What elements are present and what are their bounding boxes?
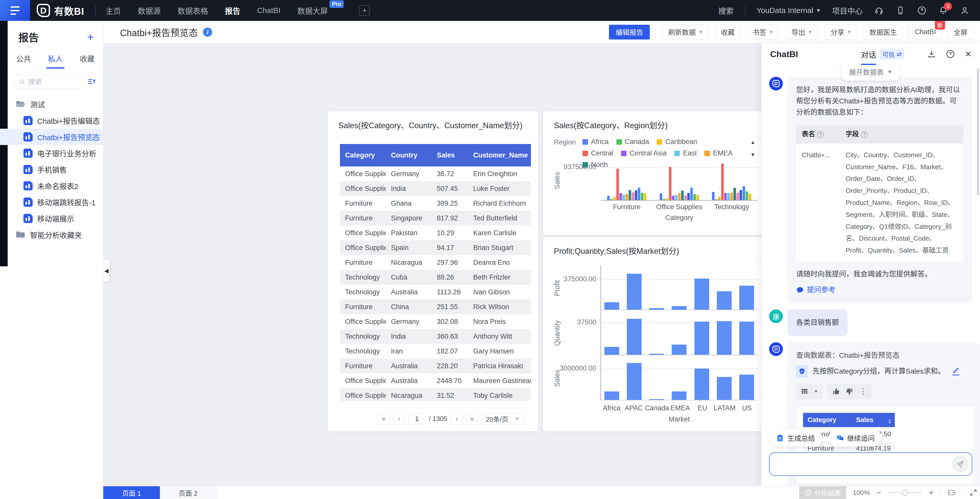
- report-item-6[interactable]: 移动端跳转报告-1: [0, 194, 103, 210]
- nav-item-2[interactable]: 数据表格: [178, 5, 208, 16]
- bar-apac[interactable]: [627, 319, 641, 355]
- bar-canada[interactable]: [649, 308, 664, 310]
- bar-apac[interactable]: [627, 274, 641, 310]
- bar-emea[interactable]: [678, 193, 681, 200]
- chart-type-switch[interactable]: ▼: [796, 383, 822, 399]
- table-row-5[interactable]: Office SuppliesSpain94.17Brian Stugart: [340, 240, 531, 255]
- bar-us[interactable]: [739, 286, 754, 310]
- help-button[interactable]: [917, 5, 927, 16]
- report-item-2[interactable]: Chatbi+报告预览态⋮: [0, 129, 103, 145]
- report-item-5[interactable]: 未命名报表2: [0, 178, 103, 194]
- bar-east[interactable]: [727, 193, 730, 200]
- bar-oceania[interactable]: [687, 193, 690, 200]
- bar-eu[interactable]: [694, 369, 709, 400]
- bar-emea[interactable]: [672, 391, 686, 400]
- bar-south[interactable]: [638, 188, 640, 200]
- send-message-button[interactable]: [952, 456, 968, 472]
- info-icon[interactable]: i: [203, 27, 212, 37]
- page-size-select[interactable]: 20条/页 ▼: [482, 413, 524, 424]
- menu-hamburger-button[interactable]: [0, 0, 30, 21]
- table-row-1[interactable]: Office SuppliesIndia507.45Luke Foster: [340, 181, 531, 196]
- create-report-button[interactable]: +: [87, 31, 94, 43]
- bar-southeast-asia[interactable]: [746, 191, 748, 200]
- zoom-out-button[interactable]: −: [877, 488, 881, 497]
- sidebar-tab-0[interactable]: 公共: [8, 49, 40, 68]
- bar-apac[interactable]: [627, 363, 641, 400]
- header-action-1[interactable]: 收藏: [715, 25, 741, 40]
- bar-us[interactable]: [739, 375, 754, 400]
- header-action-3[interactable]: 导出▼: [786, 25, 819, 40]
- nav-item-4[interactable]: ChatBI: [257, 6, 280, 15]
- question-icon[interactable]: ?: [817, 131, 824, 138]
- table-row-6[interactable]: FurnitureNicaragua297.96Deanra Eno: [340, 255, 531, 270]
- bar-central[interactable]: [721, 164, 724, 200]
- table-row-14[interactable]: Office SuppliesAustralia2448.70Maureen G…: [340, 373, 531, 388]
- table-row-0[interactable]: Office SuppliesGermany36.72Erin Creighto…: [340, 167, 531, 181]
- chat-help-button[interactable]: [946, 50, 955, 58]
- report-item-7[interactable]: 移动端展示: [0, 210, 103, 227]
- follow-up-button[interactable]: 继续追问: [829, 429, 882, 447]
- zoom-slider[interactable]: [888, 492, 922, 493]
- bar-caribbean[interactable]: [718, 197, 721, 200]
- table-row-3[interactable]: FurnitureSingapore817.92Ted Butterfield: [340, 211, 531, 226]
- bar-emea[interactable]: [672, 345, 686, 355]
- nav-add-button[interactable]: +: [359, 5, 370, 16]
- legend-item[interactable]: Caribbean: [657, 138, 697, 146]
- bar-north[interactable]: [733, 188, 736, 200]
- thumbs-down-icon[interactable]: [846, 388, 854, 396]
- bar-emea[interactable]: [730, 193, 733, 200]
- sort-icon[interactable]: ▲▼: [888, 415, 891, 424]
- bar-emea[interactable]: [672, 306, 686, 310]
- chat-input-field[interactable]: [776, 460, 952, 468]
- table-row-10[interactable]: Office SuppliesGermany302.08Nora Preis: [340, 314, 531, 329]
- bar-canada[interactable]: [649, 399, 664, 400]
- analysis-result-button[interactable]: 分析结果: [799, 486, 846, 499]
- ask-reference-link[interactable]: 提问参考: [796, 284, 963, 296]
- bar-caribbean[interactable]: [613, 197, 616, 200]
- page-number-input[interactable]: 1: [409, 413, 425, 424]
- bar-north-asia[interactable]: [737, 193, 739, 200]
- bar-caribbean[interactable]: [666, 198, 668, 200]
- table-row-9[interactable]: FurnitureChina251.55Rick Wilson: [340, 299, 531, 314]
- table-row-12[interactable]: TechnologyIran182.07Gary Hansen: [340, 344, 531, 359]
- bar-north-asia[interactable]: [632, 192, 634, 200]
- page-tab-0[interactable]: 页面 1: [103, 486, 160, 499]
- close-chat-button[interactable]: ×: [965, 48, 971, 60]
- nav-item-5[interactable]: 数据大屏Pro: [298, 5, 344, 16]
- edit-report-button[interactable]: 编辑报告: [609, 25, 650, 40]
- legend-item[interactable]: EMEA: [704, 149, 733, 157]
- bar-africa[interactable]: [660, 194, 662, 200]
- bar-central-asia[interactable]: [672, 196, 675, 200]
- support-headset-button[interactable]: [874, 5, 884, 16]
- bar-us[interactable]: [739, 322, 754, 355]
- bar-central-asia[interactable]: [724, 193, 727, 200]
- nav-item-0[interactable]: 主页: [106, 5, 121, 16]
- bar-latam[interactable]: [717, 291, 732, 310]
- legend-item[interactable]: Canada: [616, 138, 649, 146]
- table-row-2[interactable]: FurnitureGhana389.25Richard Eichhorn: [340, 196, 531, 211]
- question-icon[interactable]: ?: [861, 131, 867, 138]
- last-page-button[interactable]: »: [466, 413, 478, 424]
- nav-item-1[interactable]: 数据源: [138, 5, 161, 16]
- bar-southeast-asia[interactable]: [694, 194, 696, 200]
- notifications-button[interactable]: 3: [938, 5, 948, 16]
- global-search-button[interactable]: 搜索: [708, 5, 733, 16]
- bar-africa[interactable]: [605, 302, 619, 310]
- sidebar-tab-2[interactable]: 收藏: [71, 49, 103, 68]
- table-row-4[interactable]: Office SuppliesPakistan10.29Karen Carlis…: [340, 226, 531, 240]
- nav-item-3[interactable]: 报告: [225, 5, 240, 16]
- more-options-icon[interactable]: ⋮: [859, 385, 867, 397]
- header-action-0[interactable]: 刷新数据▼: [662, 25, 709, 40]
- bar-eu[interactable]: [694, 322, 709, 355]
- header-action-4[interactable]: 分享▼: [825, 25, 858, 40]
- bar-latam[interactable]: [717, 321, 732, 355]
- folder-item-8[interactable]: 智能分析收藏夹: [0, 227, 103, 243]
- bar-west[interactable]: [697, 195, 699, 200]
- bar-canada[interactable]: [610, 199, 613, 200]
- legend-item[interactable]: Africa: [582, 138, 609, 146]
- sort-list-button[interactable]: [87, 77, 96, 87]
- bar-emea[interactable]: [625, 194, 628, 200]
- arrow-up-icon[interactable]: ▲: [750, 140, 755, 145]
- bar-west[interactable]: [749, 194, 751, 200]
- header-action-5[interactable]: 数据医生: [864, 25, 903, 40]
